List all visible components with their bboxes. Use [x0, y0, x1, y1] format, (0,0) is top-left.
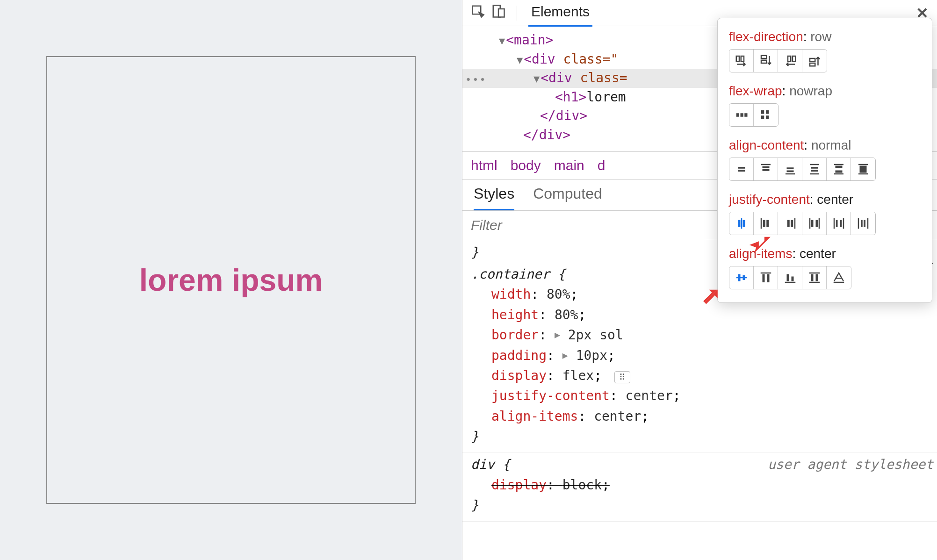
svg-rect-53 [843, 218, 844, 229]
crumb-html[interactable]: html [471, 158, 497, 173]
rule-div-uas[interactable]: user agent stylesheet div { display: blo… [462, 452, 937, 521]
align-content-space-around-icon[interactable] [802, 158, 827, 180]
align-items-center-icon[interactable] [729, 266, 754, 289]
align-content-center-icon[interactable] [729, 158, 754, 180]
svg-rect-23 [786, 167, 793, 169]
align-content-start-icon[interactable] [754, 158, 778, 180]
align-items-end-icon[interactable] [778, 266, 802, 289]
justify-content-space-between-icon[interactable] [802, 212, 827, 235]
section-flex-wrap: flex-wrap: nowrap [729, 84, 921, 127]
svg-rect-22 [762, 169, 769, 171]
svg-rect-61 [760, 273, 771, 274]
svg-rect-42 [766, 220, 769, 227]
crumb-div[interactable]: d [598, 158, 605, 173]
svg-rect-21 [762, 166, 769, 168]
svg-rect-49 [818, 218, 820, 229]
tab-elements[interactable]: Elements [528, 0, 592, 27]
container-box: lorem ipsum [46, 56, 416, 504]
svg-rect-9 [810, 58, 815, 61]
svg-rect-51 [836, 220, 837, 227]
svg-rect-62 [762, 274, 764, 283]
svg-rect-12 [740, 113, 743, 117]
svg-rect-30 [834, 164, 843, 165]
svg-rect-54 [858, 218, 859, 229]
svg-rect-34 [858, 164, 868, 165]
svg-rect-66 [785, 282, 795, 283]
svg-rect-57 [867, 218, 869, 229]
align-items-start-icon[interactable] [754, 266, 778, 289]
justify-content-center-icon[interactable] [729, 212, 754, 235]
justify-content-space-around-icon[interactable] [827, 212, 851, 235]
justify-content-space-evenly-icon[interactable] [851, 212, 875, 235]
justify-content-end-icon[interactable] [778, 212, 802, 235]
svg-rect-41 [763, 220, 765, 227]
heading-lorem: lorem ipsum [139, 262, 323, 298]
svg-rect-19 [738, 170, 745, 172]
subtab-styles[interactable]: Styles [474, 185, 514, 210]
svg-rect-20 [761, 164, 771, 165]
flex-direction-row-icon[interactable] [729, 50, 754, 72]
svg-rect-56 [864, 220, 865, 227]
svg-rect-8 [793, 56, 795, 61]
svg-rect-4 [741, 56, 743, 61]
flex-wrap-wrap-icon[interactable] [754, 104, 778, 126]
svg-rect-44 [791, 220, 793, 227]
svg-rect-27 [811, 167, 818, 169]
svg-rect-59 [738, 274, 740, 281]
toolbar-divider [517, 6, 517, 21]
svg-rect-11 [736, 113, 739, 117]
svg-rect-67 [809, 273, 820, 274]
svg-rect-40 [760, 218, 762, 229]
svg-rect-31 [835, 166, 842, 168]
flex-direction-column-icon[interactable] [754, 50, 778, 72]
crumb-main[interactable]: main [554, 158, 584, 173]
align-items-baseline-icon[interactable] [827, 266, 851, 289]
svg-rect-63 [767, 274, 769, 283]
svg-rect-17 [766, 115, 769, 119]
select-element-icon[interactable] [471, 4, 485, 22]
svg-rect-32 [835, 171, 842, 173]
svg-rect-3 [736, 56, 739, 61]
svg-rect-10 [810, 63, 815, 66]
svg-rect-35 [860, 166, 867, 173]
devtools-panel: Elements ✕ ▼<main> ▼<div class=" ▼<div c… [462, 0, 937, 560]
section-align-content: align-content: normal [729, 138, 921, 181]
svg-rect-26 [810, 164, 819, 165]
flexbox-editor-popover[interactable]: flex-direction: row flex-wrap: nowrap al… [717, 18, 932, 303]
svg-rect-33 [834, 173, 843, 175]
user-agent-label: user agent stylesheet [768, 454, 933, 474]
flex-direction-column-reverse-icon[interactable] [802, 50, 827, 72]
svg-rect-69 [815, 274, 818, 281]
page-preview: lorem ipsum [0, 0, 462, 560]
svg-rect-48 [815, 220, 818, 227]
svg-rect-50 [833, 218, 835, 229]
svg-rect-60 [742, 275, 745, 280]
align-content-end-icon[interactable] [778, 158, 802, 180]
section-justify-content: justify-content: center [729, 192, 921, 235]
svg-rect-45 [794, 218, 795, 229]
heading-wrapper: lorem ipsum [137, 262, 324, 298]
svg-rect-28 [811, 170, 818, 172]
flex-editor-icon[interactable]: ⠿ [614, 371, 630, 383]
flex-direction-row-reverse-icon[interactable] [778, 50, 802, 72]
svg-rect-24 [786, 171, 793, 172]
svg-rect-36 [858, 173, 868, 175]
align-content-space-between-icon[interactable] [827, 158, 851, 180]
svg-rect-18 [738, 167, 745, 169]
subtab-computed[interactable]: Computed [533, 185, 602, 210]
svg-rect-46 [809, 218, 810, 229]
svg-rect-38 [741, 218, 742, 229]
svg-rect-25 [786, 173, 795, 175]
flex-wrap-nowrap-icon[interactable] [729, 104, 754, 126]
svg-rect-58 [736, 277, 747, 279]
crumb-body[interactable]: body [511, 158, 541, 173]
align-content-stretch-icon[interactable] [851, 158, 875, 180]
svg-rect-37 [738, 220, 740, 227]
svg-rect-13 [744, 113, 747, 117]
device-toolbar-icon[interactable] [491, 4, 505, 22]
align-items-stretch-icon[interactable] [802, 266, 827, 289]
section-flex-direction: flex-direction: row [729, 29, 921, 72]
svg-rect-52 [840, 220, 842, 227]
svg-rect-68 [811, 274, 813, 281]
svg-rect-47 [811, 220, 813, 227]
